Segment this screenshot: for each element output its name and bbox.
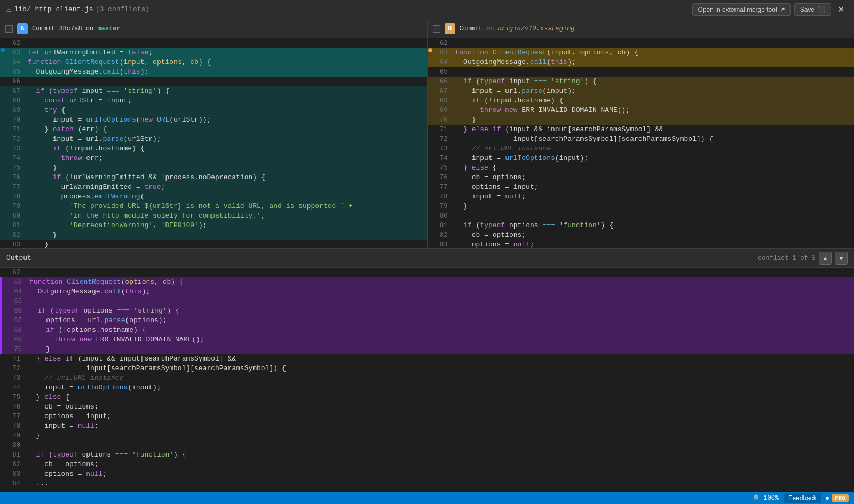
table-row: 76 if (!urlWarningEmitted && !process.no…	[0, 173, 427, 182]
line-number: 66	[5, 77, 26, 86]
table-row: 76 cb = options;	[428, 173, 855, 182]
line-number: 82	[5, 460, 26, 469]
table-row: 81 'DeprecationWarning', 'DEP0109');	[0, 221, 427, 230]
table-row: 68 if (!input.hostname) {	[428, 96, 855, 106]
line-number: 76	[5, 173, 26, 182]
save-button[interactable]: Save ⬛	[794, 3, 831, 16]
line-content: function ClientRequest(input, options, c…	[453, 48, 855, 58]
table-row: 77 options = input;	[428, 182, 855, 192]
file-name: lib/_http_client.js	[14, 5, 93, 13]
line-content: const urlStr = input;	[26, 96, 427, 106]
line-number: 79	[5, 202, 26, 211]
line-content: } else if (input && input[searchParamsSy…	[453, 125, 855, 134]
feedback-button[interactable]: Feedback	[784, 493, 821, 503]
line-content: if (typeof options === 'string') {	[27, 306, 854, 316]
conflict-nav: conflict 1 of 3 ▲ ▼	[758, 252, 848, 265]
save-icon: ⬛	[817, 6, 825, 13]
table-row: 71 } else if (input && input[searchParam…	[428, 125, 855, 134]
table-row: 82 cb = options;	[0, 460, 854, 469]
line-number: 75	[433, 163, 453, 173]
line-content: 'in the http module solely for compatibi…	[26, 211, 427, 221]
output-label: Output	[6, 254, 31, 262]
line-number: 62	[5, 268, 26, 277]
line-content: input = urlToOptions(new URL(urlStr));	[26, 115, 427, 125]
pane-a-code[interactable]: 62 63 let urlWarningEmitted = false; 64 …	[0, 38, 427, 248]
line-number: 63	[7, 277, 27, 287]
nav-down-button[interactable]: ▼	[835, 252, 848, 265]
line-number: 74	[433, 154, 453, 163]
line-number: 70	[5, 115, 26, 125]
line-number: 82	[433, 230, 453, 240]
dot-icon: ●	[825, 494, 829, 502]
pane-a-branch: master	[97, 25, 120, 33]
table-row: 75 } else {	[0, 393, 854, 402]
pane-b-code[interactable]: 62 63 function ClientRequest(input, opti…	[428, 38, 855, 248]
zoom-level: 🔍 100%	[753, 494, 779, 502]
line-number: 67	[7, 316, 27, 325]
line-number: 75	[5, 163, 26, 173]
line-content: input[searchParamsSymbol][searchParamsSy…	[26, 364, 854, 373]
conflicts-count: (3 conflicts)	[96, 5, 149, 13]
line-content: } else {	[26, 393, 854, 402]
table-row: 77 urlWarningEmitted = true;	[0, 182, 427, 192]
external-merge-button[interactable]: Open in external merge tool ↗	[692, 3, 791, 16]
line-number: 75	[5, 393, 26, 402]
pane-a-header: A Commit 38c7a8 on master	[0, 19, 427, 38]
nav-up-button[interactable]: ▲	[819, 252, 832, 265]
line-content: process.emitWarning(	[26, 192, 427, 202]
table-row: 76 cb = options;	[0, 402, 854, 412]
table-row: 74 input = urlToOptions(input);	[428, 154, 855, 163]
pane-a-checkbox[interactable]	[5, 25, 13, 33]
table-row: 72 input[searchParamsSymbol][searchParam…	[428, 134, 855, 144]
line-content: 'DeprecationWarning', 'DEP0109');	[26, 221, 427, 230]
external-merge-label: Open in external merge tool	[698, 6, 777, 13]
table-row: 66 if (typeof input === 'string') {	[428, 77, 855, 86]
table-row: 79 `The provided URL ${urlStr} is not a …	[0, 202, 427, 211]
table-row: 63 function ClientRequest(input, options…	[428, 48, 855, 58]
line-content: input = urlToOptions(input);	[453, 154, 855, 163]
table-row: 64 function ClientRequest(input, options…	[0, 58, 427, 67]
line-content: input = urlToOptions(input);	[26, 383, 854, 393]
pane-b-branch: origin/v10.x-staging	[498, 25, 575, 33]
table-row: 84 ...	[0, 479, 854, 485]
line-number: 83	[433, 240, 453, 248]
diff-container: A Commit 38c7a8 on master 62 63 let urlW…	[0, 19, 854, 249]
line-content: try {	[26, 106, 427, 115]
external-merge-icon: ↗	[780, 6, 785, 13]
line-number: 80	[5, 211, 26, 221]
line-number: 74	[5, 383, 26, 393]
line-number: 68	[7, 325, 27, 335]
line-number: 65	[5, 67, 26, 77]
line-content: }	[27, 345, 854, 354]
line-content: // url.URL instance	[453, 144, 855, 154]
table-row: 70 }	[0, 345, 854, 354]
table-row: 83 options = null;	[428, 240, 855, 248]
close-button[interactable]: ✕	[834, 3, 848, 15]
line-content: input = url.parse(input);	[453, 86, 855, 96]
line-number: 64	[433, 58, 453, 67]
line-number: 81	[5, 450, 26, 460]
line-number: 76	[5, 402, 26, 412]
line-content: OutgoingMessage.call(this);	[453, 58, 855, 67]
line-content: input = null;	[26, 421, 854, 431]
table-row: 83 options = null;	[0, 469, 854, 479]
table-row: 71 } else if (input && input[searchParam…	[0, 354, 854, 364]
line-content: cb = options;	[453, 230, 855, 240]
table-row: 72 input = url.parse(urlStr);	[0, 134, 427, 144]
table-row: 69 throw new ERR_INVALID_DOMAIN_NAME();	[428, 106, 855, 115]
line-number: 74	[5, 154, 26, 163]
line-content: }	[26, 240, 427, 248]
output-section: Output conflict 1 of 3 ▲ ▼ 62 63 functio…	[0, 249, 854, 485]
line-content: cb = options;	[453, 173, 855, 182]
pro-badge: PRO	[832, 494, 849, 502]
pane-b-checkbox[interactable]	[433, 25, 440, 33]
line-content: }	[26, 163, 427, 173]
pane-b: B Commit on origin/v10.x-staging 62 63 f…	[428, 19, 855, 248]
line-number: 69	[5, 106, 26, 115]
table-row: 78 input = null;	[0, 421, 854, 431]
output-code[interactable]: 62 63 function ClientRequest(options, cb…	[0, 268, 854, 485]
line-number: 67	[5, 86, 26, 96]
line-content: options = url.parse(options);	[27, 316, 854, 325]
table-row: 81 if (typeof options === 'function') {	[428, 221, 855, 230]
line-content: throw new ERR_INVALID_DOMAIN_NAME();	[453, 106, 855, 115]
